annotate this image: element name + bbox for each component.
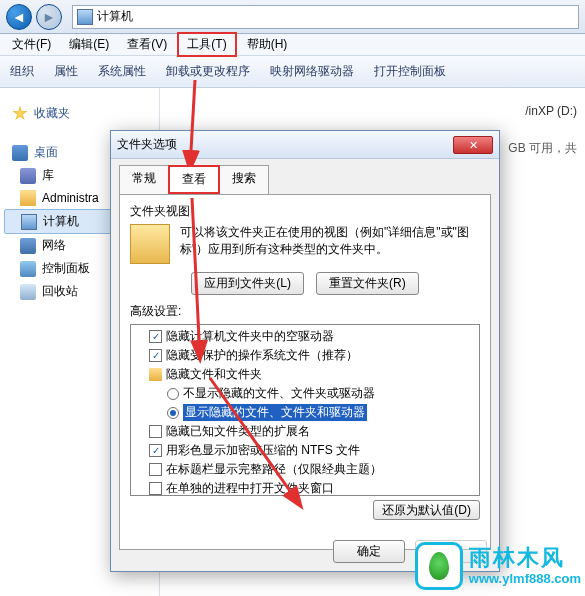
folder-options-dialog: 文件夹选项 ✕ 常规 查看 搜索 文件夹视图 可以将该文件夹正在使用的视图（例如… [110,130,500,572]
forward-button[interactable]: ► [36,4,62,30]
close-button[interactable]: ✕ [453,136,493,154]
tab-strip: 常规 查看 搜索 [111,159,499,194]
toolbar: 组织 属性 系统属性 卸载或更改程序 映射网络驱动器 打开控制面板 [0,56,585,88]
computer-icon [21,214,37,230]
drive-label: /inXP (D:) [525,104,577,118]
tab-search[interactable]: 搜索 [219,165,269,194]
tree-item-label: 不显示隐藏的文件、文件夹或驱动器 [183,385,375,402]
nav-bar: ◄ ► 计算机 [0,0,585,34]
network-icon [20,238,36,254]
tree-item[interactable]: 显示隐藏的文件、文件夹和驱动器 [131,403,479,422]
checkbox-icon[interactable] [149,425,162,438]
tb-cpanel[interactable]: 打开控制面板 [374,63,446,80]
tree-item[interactable]: 在单独的进程中打开文件夹窗口 [131,479,479,496]
tree-item[interactable]: 隐藏文件和文件夹 [131,365,479,384]
breadcrumb[interactable]: 计算机 [97,8,133,25]
tab-view[interactable]: 查看 [168,165,220,194]
tree-item[interactable]: ✓用彩色显示加密或压缩的 NTFS 文件 [131,441,479,460]
tree-item-label: 隐藏已知文件类型的扩展名 [166,423,310,440]
watermark-name: 雨林木风 [469,545,581,571]
recycle-icon [20,284,36,300]
dialog-title: 文件夹选项 [117,136,177,153]
tb-sysprops[interactable]: 系统属性 [98,63,146,80]
back-button[interactable]: ◄ [6,4,32,30]
menu-view[interactable]: 查看(V) [119,34,175,55]
folder-icon [20,190,36,206]
menu-bar: 文件(F) 编辑(E) 查看(V) 工具(T) 帮助(H) [0,34,585,56]
ok-button[interactable]: 确定 [333,540,405,563]
control-panel-icon [20,261,36,277]
tab-body: 文件夹视图 可以将该文件夹正在使用的视图（例如"详细信息"或"图标"）应用到所有… [119,194,491,550]
folder-icon [149,368,162,381]
tree-item[interactable]: ✓隐藏计算机文件夹中的空驱动器 [131,327,479,346]
advanced-label: 高级设置: [130,303,480,320]
tree-item[interactable]: 不显示隐藏的文件、文件夹或驱动器 [131,384,479,403]
sidebar-favorites[interactable]: 收藏夹 [0,102,159,125]
tree-item-label: 在单独的进程中打开文件夹窗口 [166,480,334,496]
computer-icon [77,9,93,25]
checkbox-icon[interactable] [149,463,162,476]
tree-item[interactable]: 隐藏已知文件类型的扩展名 [131,422,479,441]
tree-item[interactable]: ✓隐藏受保护的操作系统文件（推荐） [131,346,479,365]
restore-defaults-button[interactable]: 还原为默认值(D) [373,500,480,520]
tree-item[interactable]: 在标题栏显示完整路径（仅限经典主题） [131,460,479,479]
tab-general[interactable]: 常规 [119,165,169,194]
drive-stat: GB 可用，共 [508,140,577,157]
checkbox-icon[interactable] [149,482,162,495]
menu-tools[interactable]: 工具(T) [177,32,236,57]
tree-item-label: 隐藏受保护的操作系统文件（推荐） [166,347,358,364]
tb-mapdrive[interactable]: 映射网络驱动器 [270,63,354,80]
tb-uninstall[interactable]: 卸载或更改程序 [166,63,250,80]
folder-views-desc: 可以将该文件夹正在使用的视图（例如"详细信息"或"图标"）应用到所有这种类型的文… [180,224,480,258]
tree-item-label: 用彩色显示加密或压缩的 NTFS 文件 [166,442,360,459]
tree-item-label: 隐藏计算机文件夹中的空驱动器 [166,328,334,345]
radio-icon[interactable] [167,407,179,419]
watermark-logo-icon [415,542,463,590]
checkbox-icon[interactable]: ✓ [149,330,162,343]
star-icon [12,106,28,122]
apply-to-folders-button[interactable]: 应用到文件夹(L) [191,272,304,295]
dialog-titlebar[interactable]: 文件夹选项 ✕ [111,131,499,159]
tb-organize[interactable]: 组织 [10,63,34,80]
reset-folders-button[interactable]: 重置文件夹(R) [316,272,419,295]
radio-icon[interactable] [167,388,179,400]
address-bar[interactable]: 计算机 [72,5,579,29]
library-icon [20,168,36,184]
folder-icon [130,224,170,264]
checkbox-icon[interactable]: ✓ [149,349,162,362]
watermark: 雨林木风 www.ylmf888.com [415,542,581,590]
checkbox-icon[interactable]: ✓ [149,444,162,457]
tb-properties[interactable]: 属性 [54,63,78,80]
menu-help[interactable]: 帮助(H) [239,34,296,55]
menu-edit[interactable]: 编辑(E) [61,34,117,55]
desktop-icon [12,145,28,161]
tree-item-label: 显示隐藏的文件、文件夹和驱动器 [183,404,367,421]
folder-views-label: 文件夹视图 [130,203,480,220]
tree-item-label: 隐藏文件和文件夹 [166,366,262,383]
advanced-tree[interactable]: ✓隐藏计算机文件夹中的空驱动器✓隐藏受保护的操作系统文件（推荐）隐藏文件和文件夹… [130,324,480,496]
tree-item-label: 在标题栏显示完整路径（仅限经典主题） [166,461,382,478]
menu-file[interactable]: 文件(F) [4,34,59,55]
watermark-url: www.ylmf888.com [469,571,581,587]
